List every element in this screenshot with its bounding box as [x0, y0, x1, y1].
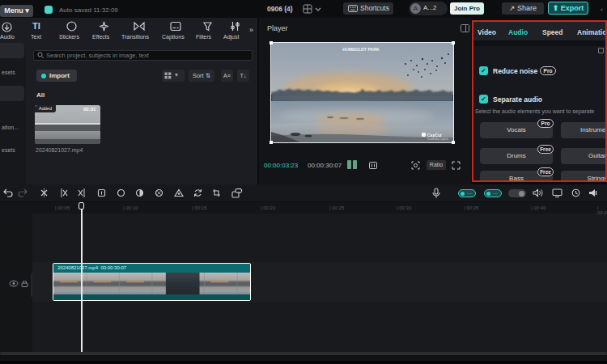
svg-text:Created by CapCut: Created by CapCut: [427, 138, 448, 141]
svg-text:CapCut: CapCut: [427, 133, 442, 138]
svg-text:HUMBOLDT PARK: HUMBOLDT PARK: [342, 47, 380, 52]
